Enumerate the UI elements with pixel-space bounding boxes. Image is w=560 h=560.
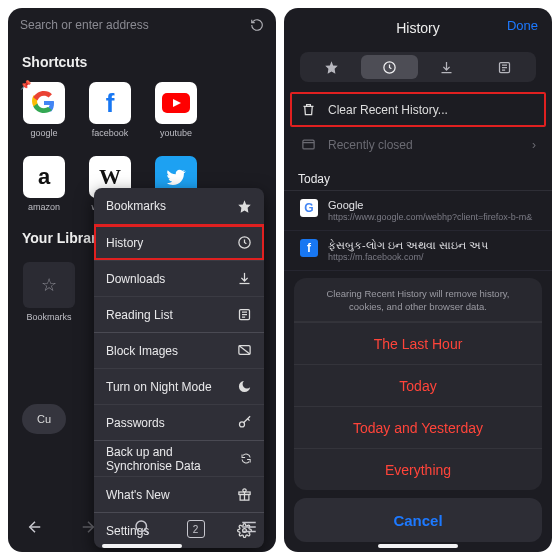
shortcut-youtube[interactable]: youtube [154, 82, 198, 138]
menu-block-images[interactable]: Block Images [94, 332, 264, 368]
segment-bookmarks[interactable] [303, 55, 361, 79]
segment-downloads[interactable] [418, 55, 476, 79]
clear-option-today[interactable]: Today [294, 364, 542, 406]
chevron-right-icon: › [532, 138, 536, 152]
library-segment [300, 52, 536, 82]
key-icon [237, 415, 252, 430]
clear-recent-history-row[interactable]: Clear Recent History... [290, 92, 546, 127]
sync-icon [240, 451, 252, 466]
download-icon [237, 271, 252, 286]
shortcut-google[interactable]: 📌google [22, 82, 66, 138]
moon-icon [237, 379, 252, 394]
left-screen: Search or enter address Shortcuts 📌googl… [8, 8, 276, 552]
clear-option-everything[interactable]: Everything [294, 448, 542, 490]
svg-point-8 [136, 521, 147, 532]
menu-passwords[interactable]: Passwords [94, 404, 264, 440]
menu-bookmarks[interactable]: Bookmarks [94, 188, 264, 224]
history-item[interactable]: fફેસબુક-લોગ ઇન અથવા સાઇન અપhttps://m.fac… [284, 231, 552, 271]
block-images-icon [237, 343, 252, 358]
history-day-label: Today [284, 162, 552, 191]
tabs-button[interactable]: 2 [187, 520, 205, 538]
clear-history-sheet: Clearing Recent History will remove hist… [284, 278, 552, 552]
right-screen: History Done Clear Recent History... Rec… [284, 8, 552, 552]
clear-option-today-and-yesterday[interactable]: Today and Yesterday [294, 406, 542, 448]
customize-button[interactable]: Cu [22, 404, 66, 434]
home-indicator [102, 544, 182, 548]
reading-list-icon [237, 307, 252, 322]
history-title: History [396, 20, 440, 36]
cancel-button[interactable]: Cancel [294, 498, 542, 542]
sheet-caption: Clearing Recent History will remove hist… [294, 278, 542, 322]
menu-reading-list[interactable]: Reading List [94, 296, 264, 332]
shortcut-facebook[interactable]: ffacebook [88, 82, 132, 138]
clear-option-the-last-hour[interactable]: The Last Hour [294, 322, 542, 364]
search-icon[interactable] [133, 518, 151, 540]
history-list: GGooglehttps://www.google.com/webhp?clie… [284, 191, 552, 271]
star-icon: ☆ [23, 262, 75, 308]
clock-icon [237, 235, 252, 250]
library-bookmarks-tile[interactable]: ☆ Bookmarks [22, 262, 76, 322]
pin-icon: 📌 [20, 80, 31, 90]
refresh-icon[interactable] [250, 18, 264, 32]
segment-reading-list[interactable] [476, 55, 534, 79]
back-icon[interactable] [26, 518, 44, 540]
svg-rect-11 [302, 140, 313, 149]
menu-turn-on-night-mode[interactable]: Turn on Night Mode [94, 368, 264, 404]
history-header: History Done [284, 8, 552, 48]
recently-closed-row[interactable]: Recently closed › [284, 127, 552, 162]
menu-back-up-and-synchronise-data[interactable]: Back up and Synchronise Data [94, 440, 264, 476]
home-indicator [378, 544, 458, 548]
favicon: G [300, 199, 318, 217]
gift-icon [237, 487, 252, 502]
star-icon [237, 199, 252, 214]
url-bar[interactable]: Search or enter address [8, 8, 276, 42]
overflow-menu: BookmarksHistoryDownloadsReading ListBlo… [94, 188, 264, 548]
forward-icon[interactable] [79, 518, 97, 540]
done-button[interactable]: Done [507, 18, 538, 33]
url-bar-placeholder: Search or enter address [20, 18, 250, 32]
window-icon [300, 137, 316, 152]
favicon: f [300, 239, 318, 257]
menu-icon[interactable] [240, 518, 258, 540]
shortcut-amazon[interactable]: aamazon [22, 156, 66, 212]
menu-downloads[interactable]: Downloads [94, 260, 264, 296]
trash-icon [300, 102, 316, 117]
history-item[interactable]: GGooglehttps://www.google.com/webhp?clie… [284, 191, 552, 231]
menu-history[interactable]: History [94, 224, 264, 260]
shortcuts-title: Shortcuts [8, 42, 276, 78]
segment-history[interactable] [361, 55, 419, 79]
